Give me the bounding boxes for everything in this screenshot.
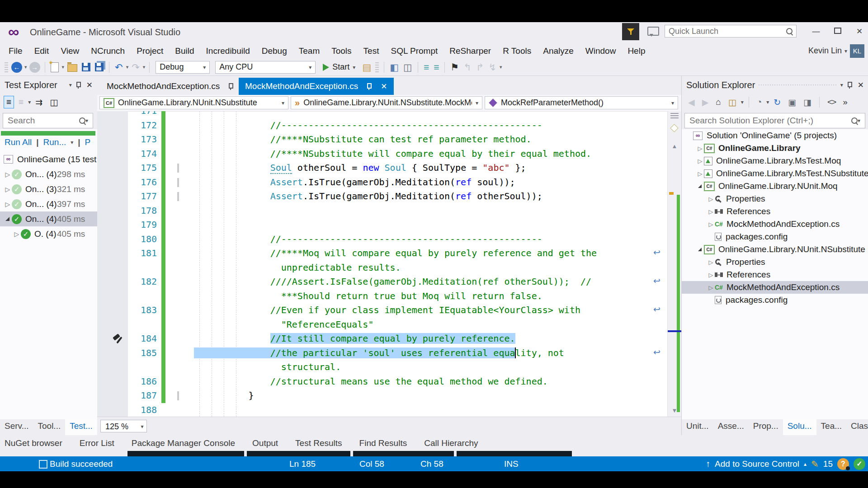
expander-collapsed-icon[interactable]: ▷ — [707, 221, 715, 228]
pending-changes-filter-icon[interactable]: ◔ — [754, 96, 764, 108]
glyph-margin[interactable] — [97, 232, 128, 247]
code-line[interactable]: 184 //It still compare equal by purely r… — [97, 332, 667, 346]
se-forward-icon[interactable]: ▶ — [699, 96, 712, 109]
zoom-level-select[interactable]: 125 % — [100, 420, 138, 432]
close-panel-icon[interactable]: ✕ — [858, 80, 864, 90]
new-file-caret-icon[interactable]: ▾ — [62, 64, 65, 70]
new-window-icon[interactable]: ◫ — [403, 62, 412, 73]
glyph-margin[interactable] — [97, 289, 128, 304]
switch-views-icon-caret[interactable]: ▾ — [741, 99, 744, 105]
solution-tree-item[interactable]: ▷References — [682, 205, 868, 218]
code-line[interactable]: structural. — [97, 360, 667, 375]
test-tree-item[interactable]: ∞OnlineGame (15 test — [0, 152, 97, 167]
code-text[interactable]: //****NSubstitute can test ref parameter… — [165, 132, 667, 147]
menu-edit[interactable]: Edit — [28, 44, 55, 58]
solution-tree-item[interactable]: ▷Properties — [682, 256, 868, 268]
tab-solu[interactable]: Solu... — [783, 419, 816, 435]
tab-serv[interactable]: Serv... — [0, 419, 33, 435]
tab-prop[interactable]: Prop... — [749, 419, 783, 435]
run-menu-link[interactable]: Run... — [43, 137, 66, 147]
glyph-margin[interactable] — [97, 189, 128, 204]
code-line[interactable]: 185 //the particular 'soul' uses referen… — [97, 346, 667, 361]
avatar[interactable]: KL — [850, 44, 864, 58]
menu-build[interactable]: Build — [169, 44, 200, 58]
solution-tree-item[interactable]: ▷OnlineGame.Library.MsTest.NSubstitute — [682, 167, 868, 180]
code-line[interactable]: unpredictable results. — [97, 261, 667, 275]
solution-tree-item[interactable]: C#OnlineGame.Library.NUnit.NSubstitute — [682, 243, 868, 256]
refresh-icon[interactable]: ↻ — [771, 96, 783, 109]
panel-menu-caret-icon[interactable]: ▾ — [840, 82, 843, 88]
redo-caret-icon[interactable]: ▾ — [143, 64, 146, 70]
solution-tree-item[interactable]: ▷Properties — [682, 192, 868, 205]
expander-collapsed-icon[interactable]: ▷ — [696, 158, 704, 164]
glyph-margin[interactable] — [97, 303, 128, 318]
code-line[interactable]: 175 Soul otherSoul = new Soul { SoulType… — [97, 161, 667, 175]
code-text[interactable]: unpredictable results. — [165, 261, 667, 275]
glyph-margin[interactable] — [97, 261, 128, 275]
test-windows-icon[interactable]: ◫ — [47, 96, 61, 109]
tab-clas[interactable]: Clas... — [846, 419, 868, 435]
navigate-backward-code-icon[interactable]: ◧ — [390, 62, 399, 73]
feedback-icon[interactable] — [647, 27, 659, 36]
open-file-icon[interactable] — [67, 64, 77, 72]
code-text[interactable]: //--------------------------------------… — [165, 118, 667, 133]
glyph-margin[interactable] — [97, 161, 128, 175]
code-text[interactable]: Soul otherSoul = new Soul { SoulType = "… — [165, 161, 667, 175]
menu-view[interactable]: View — [55, 44, 85, 58]
maximize-button[interactable] — [829, 25, 846, 38]
undo-caret-icon[interactable]: ▾ — [126, 64, 129, 70]
expander-collapsed-icon[interactable]: ▷ — [696, 170, 704, 177]
solution-tree-item[interactable]: ▷OnlineGame.Library.MsTest.Moq — [682, 155, 868, 167]
panel-tab-error-list[interactable]: Error List — [80, 438, 114, 448]
code-line[interactable]: 188 — [97, 403, 667, 417]
solution-configurations-select[interactable]: Debug▾ — [156, 61, 210, 74]
code-text[interactable]: "ReferenceEquals" — [165, 318, 667, 332]
toggle-bookmark-icon[interactable]: ⚑ — [450, 62, 459, 73]
code-text[interactable] — [165, 403, 667, 417]
pin-icon[interactable] — [366, 83, 372, 90]
clear-bookmarks-icon[interactable]: ↯ — [489, 62, 497, 73]
glyph-margin[interactable] — [97, 346, 128, 361]
code-text[interactable]: //****NSubstitute will compare equal by … — [165, 147, 667, 161]
undo-icon[interactable]: ↶ — [115, 62, 123, 73]
expander-expanded-icon[interactable] — [5, 217, 9, 221]
glyph-margin[interactable] — [97, 218, 128, 232]
toolbar-options-caret-icon[interactable]: ▾ — [500, 64, 502, 70]
minimize-button[interactable]: — — [807, 25, 825, 38]
tab-asse[interactable]: Asse... — [713, 419, 749, 435]
success-badge[interactable]: ✓ — [854, 458, 865, 470]
menu-tools[interactable]: Tools — [326, 44, 357, 58]
pencil-icon[interactable]: ✎ — [811, 459, 819, 469]
test-tree-item[interactable]: ▷✓O. (4)405 ms — [0, 226, 97, 241]
member-dropdown[interactable]: MockRefParameterMethod() ▾ — [485, 96, 678, 109]
new-file-icon[interactable] — [51, 62, 59, 72]
menu-resharper[interactable]: ReSharper — [443, 44, 497, 58]
navigate-back-icon[interactable]: ← — [11, 62, 22, 73]
save-all-icon[interactable] — [95, 63, 104, 71]
filter-icon[interactable]: ≡ — [16, 96, 26, 108]
menu-debug[interactable]: Debug — [256, 44, 293, 58]
menu-team[interactable]: Team — [293, 44, 326, 58]
solution-tree-item[interactable]: ▷C#MockMethodAndException.cs — [682, 218, 868, 230]
close-tab-icon[interactable]: ✕ — [381, 82, 387, 91]
test-tree-item[interactable]: ✓On... (4)405 ms — [0, 211, 97, 226]
filter-icon[interactable] — [622, 23, 639, 40]
document-tab-active[interactable]: MockMethodAndException.cs ✕ — [239, 78, 394, 95]
glyph-margin[interactable] — [97, 147, 128, 161]
help-badge[interactable]: ? — [837, 458, 849, 470]
expander-collapsed-icon[interactable]: ▷ — [707, 196, 715, 202]
code-text[interactable] — [165, 218, 667, 232]
scroll-down-icon[interactable]: ▼ — [668, 407, 681, 414]
solution-tree-item[interactable]: ▷References — [682, 268, 868, 281]
code-line[interactable]: "ReferenceEquals" — [97, 318, 667, 332]
expander-collapsed-icon[interactable]: ▷ — [696, 145, 704, 152]
code-line[interactable]: 176 Assert.IsTrue(gamerObj.Meditation(re… — [97, 175, 667, 190]
run-caret-icon[interactable]: ▾ — [71, 139, 73, 145]
add-to-source-control-button[interactable]: Add to Source Control — [715, 459, 799, 469]
code-text[interactable] — [165, 204, 667, 218]
run-all-link[interactable]: Run All — [5, 137, 32, 147]
glyph-margin[interactable] — [97, 318, 128, 332]
code-text[interactable]: //****Moq will compare equal by purely r… — [165, 246, 667, 261]
code-text[interactable]: //Even if your class implement IEquatabl… — [165, 303, 667, 318]
code-line[interactable]: 171 — [97, 111, 667, 118]
